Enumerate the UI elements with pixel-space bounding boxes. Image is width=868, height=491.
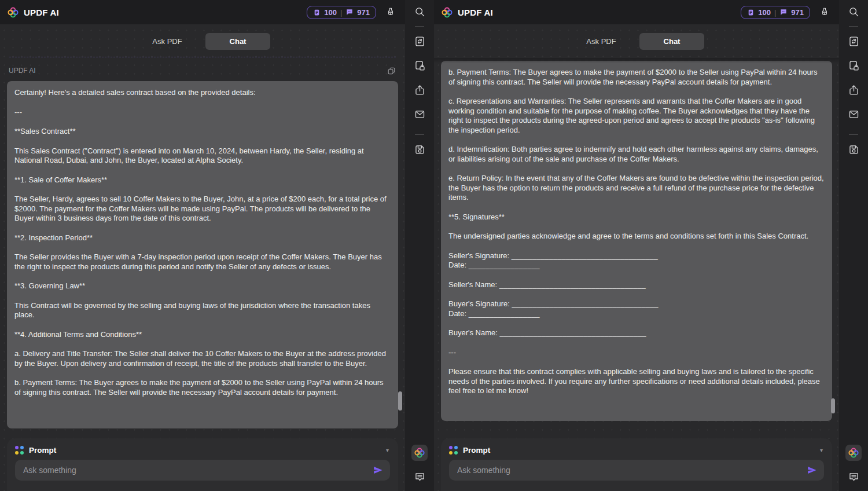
doc-lock-icon [848, 60, 860, 72]
message-paragraph: --- [14, 108, 391, 118]
message-paragraph: Certainly! Here's a detailed sales contr… [14, 88, 391, 98]
prompt-label: Prompt [463, 446, 490, 455]
badge-divider: | [774, 8, 776, 17]
share-button[interactable] [414, 84, 426, 96]
doc-credit-icon [313, 9, 321, 16]
tab-chat[interactable]: Chat [205, 33, 270, 50]
updf-window-left: UPDF AI 100 | 971 [0, 0, 434, 491]
chat-credit-count: 971 [791, 8, 804, 17]
updf-ai-app-button[interactable] [411, 445, 428, 461]
tab-row-left: Ask PDF Chat [0, 24, 405, 58]
message-paragraph: **3. Governing Law** [14, 281, 391, 291]
mail-icon [414, 108, 426, 120]
message-paragraph: The Seller, Hardy, agrees to sell 10 Cof… [14, 195, 391, 223]
ask-input-row [15, 460, 390, 481]
comment-button[interactable] [848, 471, 860, 483]
side-toolbar-right-window [839, 0, 868, 491]
chevron-down-icon: ▾ [386, 448, 389, 453]
send-icon [373, 465, 383, 475]
send-button[interactable] [373, 465, 383, 475]
updf-logo-icon [848, 447, 859, 459]
clean-chat-button[interactable] [819, 7, 830, 17]
message-paragraph: Seller's Name: _________________________… [448, 280, 825, 290]
copy-message-button[interactable] [387, 66, 396, 76]
ask-input[interactable] [22, 465, 368, 475]
titlebar-left: UPDF AI 100 | 971 [0, 0, 405, 24]
mail-icon [848, 108, 860, 120]
badge-divider: | [340, 8, 342, 17]
dashed-separator [9, 57, 396, 57]
comment-icon [848, 471, 860, 483]
comment-button[interactable] [414, 471, 426, 483]
doc-credit-count: 100 [324, 8, 337, 17]
prompt-grid-icon [15, 446, 24, 455]
side-toolbar-left-window [405, 0, 434, 491]
message-paragraph: d. Indemnification: Both parties agree t… [448, 145, 825, 164]
chat-content-left: UPDF AI Certainly! Here's a detailed sal… [0, 58, 405, 438]
email-button[interactable] [848, 108, 860, 120]
message-paragraph: e. Return Policy: In the event that any … [448, 174, 825, 203]
doc-convert-icon [848, 35, 860, 47]
save-button[interactable] [848, 144, 860, 156]
doc-credit-icon [747, 9, 755, 16]
ask-input[interactable] [456, 465, 802, 475]
protect-document-button[interactable] [848, 60, 860, 72]
chat-content-right: b. Payment Terms: The Buyer agrees to ma… [434, 58, 839, 438]
save-button[interactable] [414, 144, 426, 156]
doc-lock-icon [414, 60, 426, 72]
tab-chat[interactable]: Chat [639, 33, 704, 50]
message-paragraph: b. Payment Terms: The Buyer agrees to ma… [448, 68, 825, 87]
message-paragraph: Seller's Signature: ____________________… [448, 251, 825, 270]
doc-credit-count: 100 [758, 8, 771, 17]
message-paragraph: The Seller provides the Buyer with a 7-d… [14, 252, 391, 272]
clean-chat-button[interactable] [385, 7, 396, 17]
prompt-label: Prompt [29, 446, 56, 455]
message-paragraph: The undersigned parties acknowledge and … [448, 232, 825, 241]
updf-logo-icon [7, 6, 19, 19]
search-icon [414, 6, 426, 18]
message-paragraph: --- [448, 348, 825, 358]
chat-credit-count: 971 [357, 8, 370, 17]
chat-credit-icon [345, 8, 354, 16]
scrollbar-thumb[interactable] [398, 391, 402, 411]
convert-document-button[interactable] [848, 35, 860, 47]
tab-ask-pdf[interactable]: Ask PDF [569, 33, 634, 50]
message-paragraph: a. Delivery and Title Transfer: The Sell… [14, 349, 391, 368]
message-paragraph: **5. Signatures** [448, 212, 825, 222]
prompt-menu-button[interactable]: Prompt ▾ [7, 438, 398, 460]
save-icon [414, 144, 426, 156]
prompt-panel: Prompt ▾ [7, 438, 398, 491]
share-button[interactable] [848, 84, 860, 96]
ai-message-bubble: b. Payment Terms: The Buyer agrees to ma… [441, 61, 832, 421]
message-paragraph: c. Representations and Warranties: The S… [448, 97, 825, 135]
search-button[interactable] [848, 6, 860, 18]
updf-ai-app-button[interactable] [845, 445, 862, 461]
email-button[interactable] [414, 108, 426, 120]
message-paragraph: Please ensure that this contract complie… [448, 367, 825, 396]
chat-panel-left: UPDF AI 100 | 971 [0, 0, 405, 491]
message-paragraph: **Sales Contract** [14, 127, 391, 137]
app-title: UPDF AI [458, 8, 493, 17]
prompt-menu-button[interactable]: Prompt ▾ [441, 438, 832, 460]
search-button[interactable] [414, 6, 426, 18]
credits-badge[interactable]: 100 | 971 [741, 6, 810, 19]
titlebar-right: UPDF AI 100 | 971 [434, 0, 839, 24]
search-icon [848, 6, 860, 18]
send-button[interactable] [807, 465, 817, 475]
protect-document-button[interactable] [414, 60, 426, 72]
chevron-down-icon: ▾ [820, 448, 823, 453]
comment-icon [414, 471, 426, 483]
convert-document-button[interactable] [414, 35, 426, 47]
credits-badge[interactable]: 100 | 971 [307, 6, 376, 19]
updf-ai-app: UPDF AI 100 | 971 [0, 0, 868, 491]
save-icon [848, 144, 860, 156]
scrollbar-thumb[interactable] [831, 398, 835, 413]
updf-logo-icon [441, 6, 453, 19]
send-icon [807, 465, 817, 475]
sender-label: UPDF AI [9, 67, 36, 75]
updf-logo-icon [414, 447, 425, 459]
share-icon [414, 84, 426, 96]
tab-ask-pdf[interactable]: Ask PDF [135, 33, 200, 50]
chat-credit-icon [779, 8, 788, 16]
toolbar-divider [415, 134, 424, 135]
